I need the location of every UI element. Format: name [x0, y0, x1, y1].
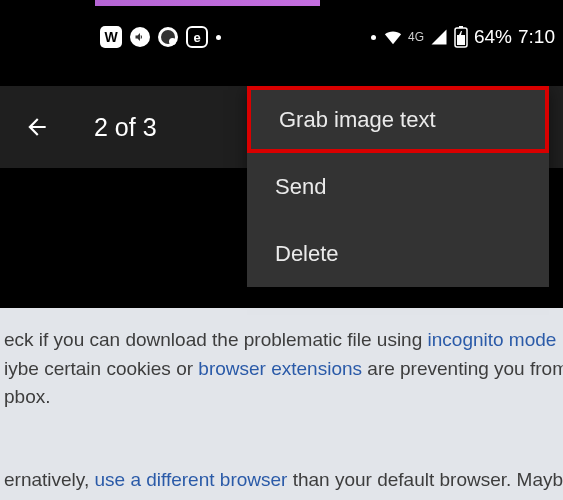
- preview-line: pbox.: [0, 383, 563, 412]
- signal-icon: [430, 28, 448, 46]
- e-app-icon: e: [186, 26, 208, 48]
- w-app-icon: W: [100, 26, 122, 48]
- page-counter: 2 of 3: [94, 113, 157, 142]
- preview-line: iybe certain cookies or browser extensio…: [0, 355, 563, 384]
- menu-item-send[interactable]: Send: [247, 153, 549, 220]
- dnd-icon: [158, 27, 178, 47]
- status-right: 4G 64% 7:10: [371, 26, 555, 48]
- notification-dot: [216, 35, 221, 40]
- menu-item-label: Send: [275, 174, 326, 200]
- preview-line: ernatively, use a different browser than…: [0, 466, 563, 495]
- back-button[interactable]: [22, 112, 52, 142]
- menu-item-label: Delete: [275, 241, 339, 267]
- status-left-icons: W e: [100, 26, 221, 48]
- mute-icon: [130, 27, 150, 47]
- document-preview[interactable]: eck if you can download the problematic …: [0, 308, 563, 500]
- top-accent-bar: [95, 0, 320, 6]
- wifi-icon: [382, 28, 404, 46]
- battery-icon: [454, 26, 468, 48]
- battery-percent: 64%: [474, 26, 512, 48]
- preview-line: eck if you can download the problematic …: [0, 326, 563, 355]
- status-bar: W e 4G 64% 7:10: [0, 22, 555, 52]
- clock: 7:10: [518, 26, 555, 48]
- network-label: 4G: [408, 30, 424, 44]
- menu-item-label: Grab image text: [279, 107, 436, 133]
- overflow-menu: Grab image text Send Delete: [247, 86, 549, 287]
- svg-rect-1: [459, 26, 463, 28]
- menu-item-grab-image-text[interactable]: Grab image text: [247, 86, 549, 153]
- menu-item-delete[interactable]: Delete: [247, 220, 549, 287]
- notification-dot-2: [371, 35, 376, 40]
